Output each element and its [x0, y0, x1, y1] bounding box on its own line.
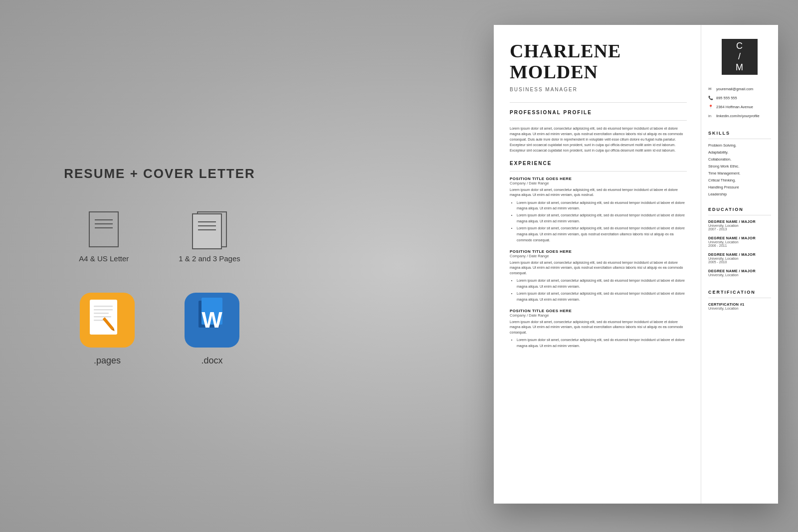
exp-bullets-2: Lorem ipsum dolor sit amet, consectetur …: [510, 278, 687, 303]
email-text: youremail@gmail.com: [716, 87, 753, 91]
skill-5: Time Management.: [708, 171, 771, 176]
exp-position-2: POSITION TITLE GOES HERE: [510, 249, 687, 254]
resume-job-title: BUSINESS MANAGER: [510, 87, 687, 92]
skills-divider: [708, 139, 771, 139]
linkedin-text: linkedin.com/in/yourprofile: [716, 114, 760, 118]
svg-rect-3: [94, 309, 113, 311]
edu-school-3: University, Location: [708, 257, 771, 260]
resume-document: CHARLENE MOLDEN BUSINESS MANAGER PROFESS…: [494, 25, 778, 504]
svg-rect-4: [94, 313, 109, 314]
edu-degree-3: DEGREE NAME / MAJOR: [708, 252, 771, 257]
profile-text: Lorem ipsum dolor sit amet, consectetur …: [510, 126, 687, 154]
logo-initials: C/M: [736, 41, 744, 73]
last-name: MOLDEN: [510, 61, 598, 82]
edu-degree-4: DEGREE NAME / MAJOR: [708, 269, 771, 273]
svg-rect-5: [94, 316, 111, 318]
main-title: RESUME + COVER LETTER: [64, 166, 255, 181]
doc-front: [192, 213, 222, 249]
sidebar-logo: C/M: [722, 39, 758, 75]
exp-entry-3: POSITION TITLE GOES HERE Company / Date …: [510, 309, 687, 349]
resume-sidebar: C/M ✉ youremail@gmail.com 📞 895 555 555 …: [701, 25, 778, 504]
edu-entry-1: DEGREE NAME / MAJOR University, Location…: [708, 219, 771, 231]
word-app-icon: W: [185, 293, 239, 348]
cert-divider: [708, 298, 771, 298]
skill-8: Leadership: [708, 192, 771, 196]
skill-4: Strong Work Ethic.: [708, 164, 771, 169]
skill-3: Collaboration.: [708, 157, 771, 162]
edu-years-1: 2007 - 2013: [708, 227, 771, 231]
bullet-item: Lorem ipsum dolor sit amet, consectetur …: [517, 225, 687, 243]
resume-name: CHARLENE MOLDEN: [510, 41, 687, 83]
divider-2: [510, 120, 687, 121]
edu-school-4: University, Location: [708, 273, 771, 277]
edu-school-1: University, Location: [708, 224, 771, 227]
phone-icon: 📞: [708, 96, 713, 101]
exp-bullets-3: Lorem ipsum dolor sit amet, consectetur …: [510, 337, 687, 349]
exp-entry-1: POSITION TITLE GOES HERE Company / Date …: [510, 177, 687, 243]
bullet-item: Lorem ipsum dolor sit amet, consectetur …: [517, 337, 687, 349]
exp-company-1: Company / Date Range: [510, 181, 687, 185]
pages-app-icon: [80, 293, 135, 348]
exp-desc-3: Lorem ipsum dolor sit amet, consectetur …: [510, 320, 687, 336]
exp-desc-2: Lorem ipsum dolor sit amet, consectetur …: [510, 260, 687, 276]
cert-entry-1: CERTIFICATION #1 University, Location: [708, 302, 771, 310]
skill-2: Adaptability.: [708, 150, 771, 155]
skill-6: Critical Thinking.: [708, 178, 771, 182]
exp-position-3: POSITION TITLE GOES HERE: [510, 309, 687, 313]
certification-title: CERTIFICATION: [708, 290, 771, 295]
edu-years-3: 2005 - 2010: [708, 260, 771, 264]
skills-title: SKILLS: [708, 131, 771, 136]
bullet-item: Lorem ipsum dolor sit amet, consectetur …: [517, 278, 687, 290]
divider-3: [510, 171, 687, 172]
bullet-item: Lorem ipsum dolor sit amet, consectetur …: [517, 291, 687, 303]
format-icons-row: A4 & US Letter 1 & 2 and 3 Pages: [79, 211, 240, 263]
svg-rect-2: [94, 306, 113, 307]
contact-phone: 📞 895 555 555: [708, 96, 771, 101]
exp-desc-1: Lorem ipsum dolor sit amet, consectetur …: [510, 187, 687, 198]
document-icon: [89, 211, 119, 247]
bullet-item: Lorem ipsum dolor sit amet, consectetur …: [517, 212, 687, 224]
profile-section-title: PROFESSIONAL PROFILE: [510, 110, 687, 115]
skill-1: Problem Solving.: [708, 143, 771, 148]
pages-count-label: 1 & 2 and 3 Pages: [179, 254, 240, 263]
double-document-icon: [192, 211, 227, 247]
left-panel: RESUME + COVER LETTER A4 & US Letter 1 &…: [0, 0, 319, 532]
contact-address: 📍 2364 Hoffman Avenue: [708, 105, 771, 110]
pages-label: .pages: [94, 355, 121, 366]
skill-7: Handling Pressure: [708, 185, 771, 189]
edu-years-2: 2006 - 2011: [708, 244, 771, 247]
education-divider: [708, 215, 771, 215]
a4-us-item: A4 & US Letter: [79, 211, 129, 263]
location-icon: 📍: [708, 105, 713, 110]
pages-count-item: 1 & 2 and 3 Pages: [179, 211, 240, 263]
email-icon: ✉: [708, 87, 713, 92]
education-title: EDUCATION: [708, 207, 771, 212]
docx-label: .docx: [201, 355, 222, 366]
phone-text: 895 555 555: [716, 96, 737, 100]
edu-entry-2: DEGREE NAME / MAJOR University, Location…: [708, 236, 771, 247]
edu-entry-3: DEGREE NAME / MAJOR University, Location…: [708, 252, 771, 264]
exp-company-2: Company / Date Range: [510, 254, 687, 258]
exp-company-3: Company / Date Range: [510, 313, 687, 318]
first-name: CHARLENE: [510, 40, 621, 61]
app-icons-row: .pages W .docx: [80, 293, 239, 366]
contact-linkedin: in linkedin.com/in/yourprofile: [708, 114, 771, 119]
a4-label: A4 & US Letter: [79, 254, 129, 263]
svg-text:W: W: [201, 308, 222, 332]
resume-content: CHARLENE MOLDEN BUSINESS MANAGER PROFESS…: [494, 25, 778, 504]
exp-entry-2: POSITION TITLE GOES HERE Company / Date …: [510, 249, 687, 303]
edu-degree-1: DEGREE NAME / MAJOR: [708, 219, 771, 224]
divider-1: [510, 102, 687, 103]
edu-entry-4: DEGREE NAME / MAJOR University, Location: [708, 269, 771, 277]
cert-school-1: University, Location: [708, 307, 771, 310]
linkedin-icon: in: [708, 114, 713, 119]
word-app-item: W .docx: [185, 293, 239, 366]
cert-name-1: CERTIFICATION #1: [708, 302, 771, 307]
pages-app-item: .pages: [80, 293, 135, 366]
address-text: 2364 Hoffman Avenue: [716, 105, 753, 109]
edu-degree-2: DEGREE NAME / MAJOR: [708, 236, 771, 240]
exp-bullets-1: Lorem ipsum dolor sit amet, consectetur …: [510, 200, 687, 243]
edu-school-2: University, Location: [708, 240, 771, 244]
exp-position-1: POSITION TITLE GOES HERE: [510, 177, 687, 181]
resume-main-column: CHARLENE MOLDEN BUSINESS MANAGER PROFESS…: [494, 25, 701, 504]
